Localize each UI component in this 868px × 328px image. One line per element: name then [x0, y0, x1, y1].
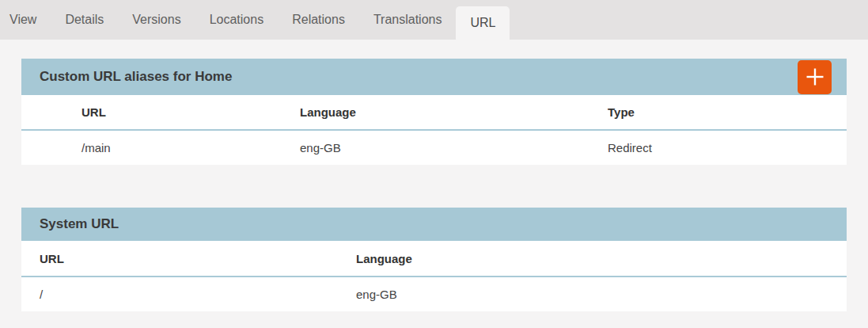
system-url-header: System URL: [21, 208, 847, 241]
cell-url: /main: [72, 130, 290, 165]
custom-url-aliases-header: Custom URL aliases for Home: [21, 59, 847, 95]
plus-icon: [804, 66, 826, 88]
add-url-alias-button[interactable]: [798, 60, 832, 94]
tab-translations[interactable]: Translations: [359, 0, 457, 40]
system-url-title: System URL: [40, 216, 119, 232]
cell-empty: [21, 130, 72, 165]
column-header-url: URL: [72, 95, 290, 130]
tab-view[interactable]: View: [0, 0, 51, 40]
tab-url[interactable]: URL: [456, 6, 510, 40]
tab-details[interactable]: Details: [51, 0, 118, 40]
table-row: /main eng-GB Redirect: [21, 130, 847, 165]
custom-url-aliases-panel: Custom URL aliases for Home URL Language: [21, 59, 847, 165]
custom-url-aliases-title: Custom URL aliases for Home: [40, 69, 232, 85]
table-header-row: URL Language Type: [21, 95, 847, 130]
cell-language: eng-GB: [290, 130, 598, 165]
system-url-table: URL Language / eng-GB: [21, 241, 847, 311]
table-row: / eng-GB: [21, 277, 847, 311]
column-header-type: Type: [598, 95, 847, 130]
url-tab-content: Custom URL aliases for Home URL Language: [0, 40, 868, 311]
column-header-url: URL: [21, 241, 347, 277]
tab-locations[interactable]: Locations: [195, 0, 279, 40]
custom-url-aliases-table: URL Language Type /main eng-GB Redirect: [21, 95, 847, 165]
table-header-row: URL Language: [21, 241, 847, 277]
content-tab-bar: View Details Versions Locations Relation…: [0, 0, 868, 40]
tab-versions[interactable]: Versions: [118, 0, 195, 40]
column-header-empty: [21, 95, 72, 130]
system-url-panel: System URL URL Language / eng-GB: [21, 208, 847, 311]
cell-type: Redirect: [598, 130, 847, 165]
tab-relations[interactable]: Relations: [278, 0, 359, 40]
column-header-language: Language: [290, 95, 598, 130]
cell-language: eng-GB: [347, 277, 847, 311]
column-header-language: Language: [347, 241, 847, 277]
cell-url: /: [21, 277, 347, 311]
